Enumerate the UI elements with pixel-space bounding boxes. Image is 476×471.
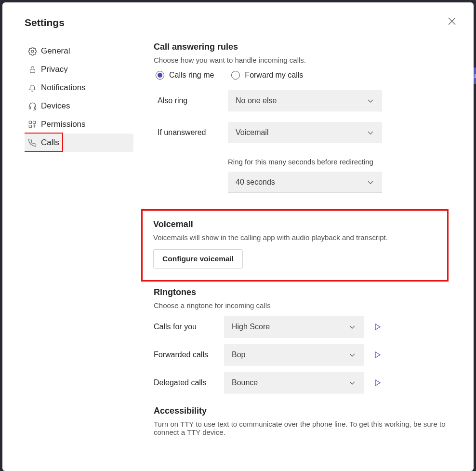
sidebar-item-notifications[interactable]: Notifications	[25, 79, 133, 97]
dropdown-ringtone-delegated-calls[interactable]: Bounce	[224, 372, 364, 393]
section-subtitle: Turn on TTY to use text to communicate o…	[154, 420, 451, 436]
dropdown-value: 40 seconds	[236, 178, 275, 187]
svg-point-2	[31, 50, 34, 53]
sidebar-item-calls[interactable]: Calls	[25, 134, 133, 152]
configure-voicemail-button[interactable]: Configure voicemail	[153, 249, 243, 269]
dropdown-ringtone-forwarded-calls[interactable]: Bop	[224, 344, 364, 365]
svg-marker-11	[375, 380, 380, 386]
dropdown-value: Bop	[232, 350, 245, 359]
radio-label: Calls ring me	[169, 71, 214, 80]
chevron-down-icon	[348, 351, 356, 359]
section-call-answering: Call answering rules Choose how you want…	[154, 42, 451, 193]
settings-dialog: Settings General Privacy	[2, 2, 474, 471]
svg-rect-4	[29, 107, 30, 109]
field-label-if-unanswered: If unanswered	[154, 128, 228, 137]
chevron-down-icon	[348, 379, 356, 387]
highlight-box-voicemail: Voicemail Voicemails will show in the ca…	[141, 209, 449, 282]
radio-calls-ring-me[interactable]: Calls ring me	[156, 71, 214, 80]
section-subtitle: Choose a ringtone for incoming calls	[154, 301, 451, 310]
apps-icon	[26, 120, 38, 129]
settings-sidebar: General Privacy Notifications Devices	[25, 42, 133, 471]
field-label-ring-for: Ring for this many seconds before redire…	[228, 158, 451, 166]
sidebar-item-label: Notifications	[41, 83, 86, 93]
headset-icon	[26, 102, 38, 111]
dropdown-if-unanswered[interactable]: Voicemail	[228, 122, 382, 143]
chevron-down-icon	[348, 323, 356, 331]
radio-circle-icon	[156, 71, 164, 80]
section-subtitle: Voicemails will show in the calling app …	[153, 233, 436, 242]
lock-icon	[26, 66, 38, 74]
sidebar-item-label: Privacy	[41, 65, 68, 74]
sidebar-item-permissions[interactable]: Permissions	[25, 115, 133, 134]
play-button[interactable]	[373, 379, 381, 387]
sidebar-item-label: Devices	[41, 101, 70, 111]
play-button[interactable]	[373, 351, 381, 359]
sidebar-item-privacy[interactable]: Privacy	[25, 60, 133, 79]
section-title: Voicemail	[153, 219, 436, 229]
dropdown-value: No one else	[236, 96, 277, 105]
phone-icon	[26, 138, 38, 147]
section-title: Ringtones	[154, 287, 451, 297]
dropdown-value: Bounce	[232, 378, 258, 387]
section-ringtones: Ringtones Choose a ringtone for incoming…	[154, 287, 451, 393]
sidebar-item-general[interactable]: General	[25, 42, 133, 60]
dropdown-value: Voicemail	[236, 128, 268, 137]
play-button[interactable]	[373, 323, 381, 331]
bell-icon	[26, 83, 38, 92]
sidebar-item-label: Permissions	[41, 120, 86, 129]
section-accessibility: Accessibility Turn on TTY to use text to…	[154, 406, 451, 436]
sidebar-item-devices[interactable]: Devices	[25, 97, 133, 115]
dropdown-also-ring[interactable]: No one else	[228, 90, 382, 111]
settings-content: Call answering rules Choose how you want…	[133, 42, 456, 471]
field-label-delegated-calls: Delegated calls	[154, 378, 224, 387]
sidebar-item-label: Calls	[41, 138, 59, 148]
dropdown-value: High Score	[232, 323, 270, 331]
svg-rect-3	[30, 69, 35, 72]
play-icon	[373, 323, 381, 331]
svg-rect-7	[33, 121, 36, 123]
section-title: Accessibility	[154, 406, 451, 416]
chevron-down-icon	[367, 178, 374, 186]
svg-rect-5	[34, 107, 36, 109]
sidebar-item-label: General	[41, 46, 70, 56]
section-subtitle: Choose how you want to handle incoming c…	[154, 56, 451, 64]
close-icon	[448, 17, 456, 26]
field-label-forwarded-calls: Forwarded calls	[154, 350, 224, 359]
radio-forward-my-calls[interactable]: Forward my calls	[231, 71, 303, 80]
chevron-down-icon	[367, 97, 374, 105]
dialog-title: Settings	[25, 17, 65, 28]
field-label-also-ring: Also ring	[154, 96, 228, 105]
dropdown-ring-for[interactable]: 40 seconds	[228, 172, 382, 193]
svg-rect-8	[29, 125, 31, 128]
play-icon	[373, 379, 381, 387]
gear-icon	[26, 47, 38, 56]
svg-marker-10	[375, 352, 380, 358]
section-title: Call answering rules	[154, 42, 451, 52]
radio-label: Forward my calls	[245, 71, 303, 80]
radio-circle-icon	[231, 71, 240, 80]
play-icon	[373, 351, 381, 359]
svg-marker-9	[375, 324, 380, 330]
field-label-calls-for-you: Calls for you	[154, 323, 224, 331]
svg-rect-6	[29, 121, 31, 123]
chevron-down-icon	[367, 129, 374, 136]
dropdown-ringtone-calls-for-you[interactable]: High Score	[224, 316, 364, 337]
close-button[interactable]	[446, 15, 458, 27]
